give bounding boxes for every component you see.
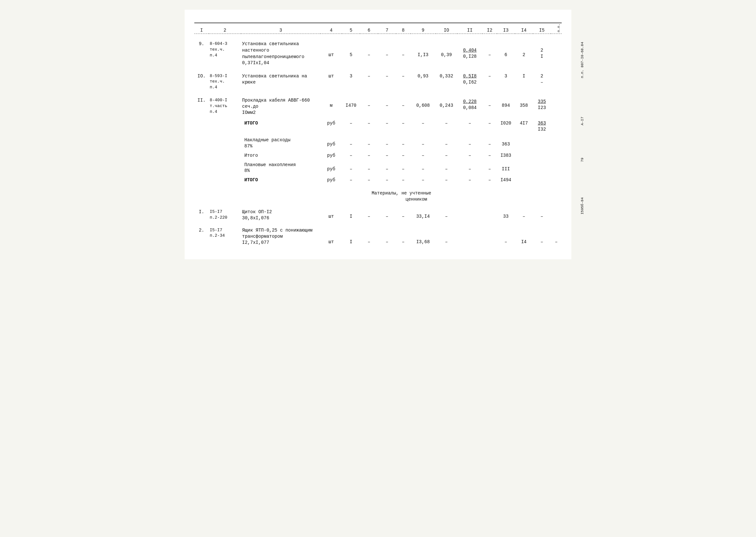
row-c14: 2 xyxy=(515,37,533,69)
summary-c5: – xyxy=(342,118,360,135)
table-row: 9. 8-604-3 тех.ч. п.4 Установка светильн… xyxy=(194,37,562,69)
row-c15: 2 – xyxy=(533,69,551,94)
row-c15: 2 I xyxy=(533,37,551,69)
mat2-c7: – xyxy=(378,224,396,247)
side-label-4: I595б-84 xyxy=(580,197,584,215)
summary-c8: – xyxy=(396,118,411,135)
mat1-num: I. xyxy=(194,206,209,224)
overhead-empty-1 xyxy=(194,135,209,151)
summary-empty-2 xyxy=(209,118,241,135)
col-subheader-10 xyxy=(436,34,457,37)
mat2-c5: I xyxy=(342,224,360,247)
row-c13: 3 xyxy=(497,69,515,94)
total2-c15 xyxy=(533,176,551,187)
mat2-c10: – xyxy=(436,224,457,247)
col-header-3: 3 xyxy=(241,23,320,34)
col-subheader-2 xyxy=(209,34,241,37)
col-subheader-3 xyxy=(241,34,320,37)
mat2-c12 xyxy=(482,224,497,247)
mat1-code: I5-I7 п.2-220 xyxy=(209,206,241,224)
col-header-9: 9 xyxy=(411,23,436,34)
overhead-c6: – xyxy=(360,135,378,151)
mat2-num: 2. xyxy=(194,224,209,247)
total2-unit: руб xyxy=(320,176,342,187)
summary-row: Накладные расходы 87% руб – – – – – – – … xyxy=(194,135,562,151)
row-code: 8-400-I т.часть п.4 xyxy=(209,93,241,118)
row-c11: 0,228 0,084 xyxy=(457,93,482,118)
subtotal-c8: – xyxy=(396,151,411,160)
table-row: 2. I5-I7 п.2-34 Ящик ЯТП-0,25 с понижающ… xyxy=(194,224,562,247)
summary-c6: – xyxy=(360,118,378,135)
underline-value: 363 xyxy=(538,121,546,126)
subtotal-c9: – xyxy=(411,151,436,160)
table-row: II. 8-400-I т.часть п.4 Прокладка кабеля… xyxy=(194,93,562,118)
col-subheader-6 xyxy=(360,34,378,37)
overhead-c15 xyxy=(533,135,551,151)
col-subheader-8 xyxy=(396,34,411,37)
col-subheader-16 xyxy=(551,34,562,37)
col-subheader-12 xyxy=(482,34,497,37)
row-c12: – xyxy=(482,69,497,94)
mat1-c7: – xyxy=(378,206,396,224)
mat1-c12 xyxy=(482,206,497,224)
row-c5: I470 xyxy=(342,93,360,118)
col-header-4: 4 xyxy=(320,23,342,34)
plan-c12: – xyxy=(482,160,497,176)
mat2-desc: Ящик ЯТП-0,25 с понижающим трансформатор… xyxy=(241,224,320,247)
total2-c11: – xyxy=(457,176,482,187)
mat1-c5: I xyxy=(342,206,360,224)
subtotal-c11: – xyxy=(457,151,482,160)
summary-unit: руб xyxy=(320,118,342,135)
row-c13: 6 xyxy=(497,37,515,69)
mat2-c9: I3,68 xyxy=(411,224,436,247)
row-num: IO. xyxy=(194,69,209,94)
mat1-c14: – xyxy=(515,206,533,224)
col-subheader-14 xyxy=(515,34,533,37)
mat2-c13: – xyxy=(497,224,515,247)
row-c7: – xyxy=(378,93,396,118)
summary-c14: 4I7 xyxy=(515,118,533,135)
overhead-c13: 363 xyxy=(497,135,515,151)
summary-c13: I020 xyxy=(497,118,515,135)
table-row: IO. 8-593-I тех.ч. п.4 Установка светиль… xyxy=(194,69,562,94)
table-row: I. I5-I7 п.2-220 Щиток ОП-I2 30,8хI,076 … xyxy=(194,206,562,224)
total2-c5: – xyxy=(342,176,360,187)
col-subheader-4 xyxy=(320,34,342,37)
row-code: 8-593-I тех.ч. п.4 xyxy=(209,69,241,94)
mat2-c14: I4 xyxy=(515,224,533,247)
subtotal-c5: – xyxy=(342,151,360,160)
plan-c9: – xyxy=(411,160,436,176)
total2-empty-2 xyxy=(209,176,241,187)
summary-c12: – xyxy=(482,118,497,135)
page-container: I 2 3 4 5 6 7 8 9 IO II I2 I3 I4 I5 п.п. xyxy=(185,10,571,259)
overhead-c5: – xyxy=(342,135,360,151)
row-code: 8-604-3 тех.ч. п.4 xyxy=(209,37,241,69)
col-header-15: I5 xyxy=(533,23,551,34)
overhead-c14 xyxy=(515,135,533,151)
row-c8: – xyxy=(396,93,411,118)
total2-c12: – xyxy=(482,176,497,187)
header-row-1: I 2 3 4 5 6 7 8 9 IO II I2 I3 I4 I5 п.п. xyxy=(194,23,562,34)
side-label-2: А-I7 xyxy=(580,117,584,125)
col-header-13: I3 xyxy=(497,23,515,34)
underline-value: 335 xyxy=(538,99,546,104)
main-table: I 2 3 4 5 6 7 8 9 IO II I2 I3 I4 I5 п.п. xyxy=(194,22,562,246)
row-c12: – xyxy=(482,93,497,118)
col-header-11: II xyxy=(457,23,482,34)
total2-c10: – xyxy=(436,176,457,187)
side-label-1: п.п. 807-I0-68.84 xyxy=(580,42,584,78)
col-header-10: IO xyxy=(436,23,457,34)
overhead-label: Накладные расходы 87% xyxy=(241,135,320,151)
mat1-c8: – xyxy=(396,206,411,224)
mat1-unit: шт xyxy=(320,206,342,224)
row-c10: 0,332 xyxy=(436,69,457,94)
col-subheader-7 xyxy=(378,34,396,37)
col-header-16: п.п. xyxy=(551,23,562,34)
mat1-c10: – xyxy=(436,206,457,224)
row-c6: – xyxy=(360,69,378,94)
row-c7: – xyxy=(378,37,396,69)
row-c16 xyxy=(551,93,562,118)
plan-label: Плановые накопления 8% xyxy=(241,160,320,176)
plan-c15 xyxy=(533,160,551,176)
plan-c5: – xyxy=(342,160,360,176)
